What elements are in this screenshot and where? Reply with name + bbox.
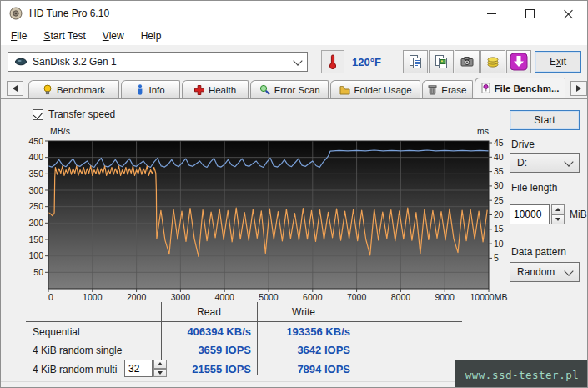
svg-text:5000: 5000 bbox=[259, 292, 279, 302]
download-icon bbox=[510, 53, 528, 71]
folder-icon bbox=[339, 85, 350, 95]
hd-tune-window: HD Tune Pro 6.10 File Start Test View He… bbox=[0, 0, 588, 388]
svg-text:6000: 6000 bbox=[303, 292, 323, 302]
temperature-button[interactable] bbox=[321, 50, 344, 73]
tab-file-benchmark[interactable]: File Benchm... bbox=[475, 78, 566, 98]
svg-text:30: 30 bbox=[494, 180, 504, 190]
maximize-button[interactable] bbox=[510, 1, 549, 26]
transfer-speed-label: Transfer speed bbox=[48, 108, 115, 120]
tab-error-scan[interactable]: Error Scan bbox=[250, 80, 329, 98]
menu-bar: File Start Test View Help bbox=[1, 26, 587, 45]
arrow-left-icon bbox=[13, 85, 18, 92]
data-pattern-label: Data pattern bbox=[511, 246, 566, 258]
minimize-button[interactable] bbox=[472, 1, 510, 26]
data-pattern-select[interactable]: Random bbox=[510, 262, 580, 282]
svg-text:300: 300 bbox=[28, 185, 43, 195]
svg-text:8000: 8000 bbox=[391, 292, 411, 302]
copy-text-button[interactable] bbox=[403, 50, 428, 73]
watermark: www.ssd-tester.pl bbox=[455, 360, 588, 388]
svg-text:2000: 2000 bbox=[127, 292, 147, 302]
svg-text:ms: ms bbox=[477, 126, 489, 136]
stepper-up-button[interactable] bbox=[551, 204, 565, 214]
write-column-header: Write bbox=[257, 306, 350, 318]
health-cross-icon bbox=[194, 85, 204, 95]
tab-label: Info bbox=[148, 85, 164, 95]
menu-file[interactable]: File bbox=[3, 28, 35, 44]
lightbulb-icon bbox=[43, 84, 53, 95]
title-bar: HD Tune Pro 6.10 bbox=[1, 1, 587, 26]
chevron-down-icon bbox=[564, 266, 573, 275]
tab-bar: Benchmark Info Health Error Scan bbox=[1, 78, 587, 99]
tab-erase[interactable]: Erase bbox=[422, 80, 473, 98]
tab-label: Folder Usage bbox=[354, 85, 412, 95]
transfer-speed-checkbox[interactable]: Transfer speed bbox=[33, 108, 115, 120]
minimize-icon bbox=[487, 13, 496, 14]
read-column-header: Read bbox=[161, 306, 257, 318]
svg-text:20: 20 bbox=[494, 209, 504, 219]
svg-text:250: 250 bbox=[28, 201, 43, 211]
svg-text:5: 5 bbox=[494, 253, 499, 263]
svg-text:10: 10 bbox=[494, 239, 504, 249]
menu-help[interactable]: Help bbox=[133, 28, 170, 44]
trash-icon bbox=[428, 84, 437, 95]
tab-label: File Benchm... bbox=[495, 83, 560, 93]
menu-view[interactable]: View bbox=[94, 28, 133, 44]
tab-folder-usage[interactable]: Folder Usage bbox=[330, 80, 420, 98]
drive-select[interactable]: D: bbox=[510, 153, 580, 173]
svg-text:45: 45 bbox=[494, 138, 504, 148]
tab-health[interactable]: Health bbox=[182, 80, 249, 98]
svg-text:MB/s: MB/s bbox=[50, 126, 70, 136]
table-header-rule bbox=[26, 321, 462, 322]
tab-scroll-right-button[interactable] bbox=[570, 81, 587, 96]
svg-text:100: 100 bbox=[28, 250, 43, 260]
device-select[interactable]: SanDisk 3.2 Gen 1 bbox=[8, 52, 308, 72]
info-icon bbox=[136, 84, 144, 95]
tab-label: Erase bbox=[441, 85, 466, 95]
tab-info[interactable]: Info bbox=[121, 80, 180, 98]
copy-image-icon bbox=[434, 54, 449, 69]
file-length-input[interactable] bbox=[510, 204, 550, 224]
exit-button[interactable]: Exit bbox=[535, 51, 581, 73]
toolbar: SanDisk 3.2 Gen 1 120°F bbox=[1, 45, 587, 78]
menu-start-test[interactable]: Start Test bbox=[35, 28, 93, 44]
svg-text:1000: 1000 bbox=[83, 292, 103, 302]
tab-benchmark[interactable]: Benchmark bbox=[28, 80, 120, 98]
screenshot-button[interactable] bbox=[455, 50, 480, 73]
svg-text:10000MB: 10000MB bbox=[470, 292, 508, 302]
download-button[interactable] bbox=[506, 50, 531, 73]
thermometer-icon bbox=[327, 53, 339, 70]
device-select-value: SanDisk 3.2 Gen 1 bbox=[33, 56, 117, 68]
arrow-down-icon bbox=[555, 218, 560, 221]
svg-text:25: 25 bbox=[494, 195, 504, 205]
copy-image-button[interactable] bbox=[429, 50, 454, 73]
data-pattern-value: Random bbox=[517, 266, 555, 278]
stepper-down-button[interactable] bbox=[551, 214, 565, 224]
close-button[interactable] bbox=[549, 1, 587, 26]
chevron-down-icon bbox=[293, 56, 302, 65]
svg-text:400: 400 bbox=[28, 152, 43, 162]
tab-scroll-left-button[interactable] bbox=[7, 81, 23, 96]
tab-label: Error Scan bbox=[274, 85, 320, 95]
checkbox-check-icon bbox=[33, 109, 43, 120]
svg-text:50: 50 bbox=[33, 267, 43, 277]
svg-text:40: 40 bbox=[494, 152, 504, 162]
svg-text:450: 450 bbox=[28, 136, 43, 146]
svg-text:150: 150 bbox=[28, 234, 43, 244]
row-label-random-single: 4 KiB random single bbox=[33, 345, 122, 356]
queue-depth-input[interactable] bbox=[124, 360, 153, 377]
drive-icon bbox=[14, 56, 28, 68]
window-controls bbox=[472, 1, 587, 26]
sequential-read-value: 406394 KB/s bbox=[159, 325, 251, 338]
copy-text-icon bbox=[408, 54, 423, 69]
start-button[interactable]: Start bbox=[510, 110, 580, 130]
sequential-write-value: 193356 KB/s bbox=[257, 325, 350, 338]
tab-label: Benchmark bbox=[57, 85, 105, 95]
random-single-write-value: 3642 IOPS bbox=[257, 344, 350, 356]
save-results-button[interactable] bbox=[480, 50, 505, 73]
svg-text:3000: 3000 bbox=[171, 292, 191, 302]
row-label-random-multi: 4 KiB random multi bbox=[33, 364, 117, 375]
arrow-up-icon bbox=[555, 208, 560, 211]
svg-text:9000: 9000 bbox=[435, 292, 455, 302]
tab-label: Health bbox=[209, 85, 236, 95]
svg-text:350: 350 bbox=[28, 169, 43, 179]
